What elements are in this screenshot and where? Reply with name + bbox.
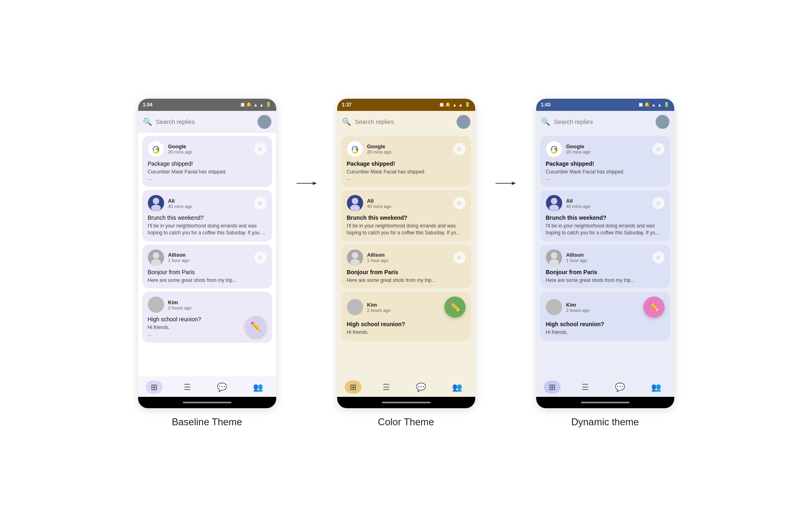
- color-theme-label: Color Theme: [378, 416, 434, 428]
- color-card-allison[interactable]: Allison 1 hour ago ☆ Bonjour from Paris …: [341, 245, 471, 289]
- search-input-dynamic[interactable]: [554, 118, 652, 125]
- star-button-allison-c[interactable]: ☆: [453, 251, 466, 264]
- card-title-ali: Brunch this weekend?: [148, 214, 266, 221]
- dynamic-home-indicator: [536, 397, 674, 408]
- battery-icon: 🔋: [266, 102, 271, 107]
- sender-info-kim-c: Kim 2 hours ago: [347, 299, 391, 315]
- nav-item-tablet-c[interactable]: ⊞: [345, 381, 362, 394]
- nav-item-chat-d[interactable]: 💬: [610, 381, 630, 394]
- color-time: 1:37: [342, 102, 352, 108]
- avatar-ali: [148, 195, 164, 211]
- color-card-google[interactable]: Google 20 mins ago ☆ Package shipped! Cu…: [341, 136, 471, 187]
- baseline-search-bar[interactable]: 🔍: [138, 111, 276, 133]
- card-preview-allison-d: Here are some great shots from my trip..…: [546, 277, 665, 284]
- sender-info-allison-c: Allison 1 hour ago: [347, 249, 389, 266]
- star-button-ali[interactable]: ☆: [254, 197, 266, 209]
- card-title-google: Package shipped!: [148, 160, 266, 167]
- tablet-icon-d: ⊞: [549, 382, 556, 392]
- compose-fab-baseline[interactable]: ✏️: [245, 316, 266, 337]
- card-preview-ali-c: I'll be in your neighborhood doing erran…: [347, 223, 466, 236]
- star-button-google-d[interactable]: ☆: [652, 143, 665, 155]
- avatar-ali-c: [347, 195, 363, 211]
- card-preview-google-c: Cucumber Mask Facial has shipped....: [347, 169, 466, 182]
- baseline-card-google[interactable]: Google 20 mins ago ☆ Package shipped! Cu…: [142, 136, 272, 187]
- sender-name-google-c: Google: [367, 143, 392, 149]
- svg-point-0: [262, 117, 267, 123]
- baseline-home-indicator: [138, 397, 276, 408]
- avatar-google-c: [347, 141, 363, 157]
- avatar-kim-c: [347, 299, 363, 315]
- dynamic-card-ali[interactable]: Ali 40 mins ago ☆ Brunch this weekend? I…: [540, 190, 670, 241]
- sender-name-ali-d: Ali: [566, 198, 591, 204]
- wifi-icon: ▲: [453, 102, 457, 107]
- color-card-ali[interactable]: Ali 40 mins ago ☆ Brunch this weekend? I…: [341, 190, 471, 241]
- svg-point-25: [551, 198, 557, 204]
- sender-time-kim-c: 2 hours ago: [367, 308, 391, 313]
- nav-item-list[interactable]: ☰: [179, 381, 196, 394]
- people-icon-c: 👥: [452, 382, 462, 392]
- sender-info-ali-d: Ali 40 mins ago: [546, 195, 591, 211]
- star-button-google-c[interactable]: ☆: [453, 143, 466, 155]
- sound-icon: 🔔: [445, 102, 451, 107]
- avatar-kim: [148, 297, 164, 313]
- svg-point-17: [350, 259, 360, 266]
- nav-item-tablet[interactable]: ⊞: [146, 381, 162, 394]
- dynamic-card-kim[interactable]: Kim 2 hours ago ✏️ High school reunion? …: [540, 292, 670, 341]
- baseline-status-icons: ▣ 🔔 ▲ ▲ 🔋: [240, 102, 271, 107]
- search-input[interactable]: [156, 118, 253, 125]
- baseline-card-ali[interactable]: Ali 40 mins ago ☆ Brunch this weekend? I…: [142, 190, 272, 241]
- arrow-1: [288, 99, 325, 187]
- user-avatar-color: [457, 115, 470, 129]
- star-button-ali-c[interactable]: ☆: [453, 197, 466, 209]
- sender-name-allison: Allison: [168, 252, 190, 258]
- svg-point-30: [549, 309, 559, 315]
- nav-item-people-c[interactable]: 👥: [447, 381, 467, 394]
- dynamic-card-google[interactable]: Google 20 mins ago ☆ Package shipped! Cu…: [540, 136, 670, 187]
- card-title-ali-c: Brunch this weekend?: [347, 214, 466, 221]
- sender-info-allison: Allison 1 hour ago: [148, 249, 190, 266]
- sender-info-allison-d: Allison 1 hour ago: [546, 249, 588, 266]
- svg-point-11: [461, 117, 466, 123]
- star-button-ali-d[interactable]: ☆: [652, 197, 665, 209]
- baseline-messages-list: Google 20 mins ago ☆ Package shipped! Cu…: [138, 133, 276, 377]
- card-preview-ali-d: I'll be in your neighborhood doing erran…: [546, 223, 665, 236]
- svg-point-28: [549, 259, 559, 266]
- nav-item-chat[interactable]: 💬: [212, 381, 232, 394]
- svg-point-3: [153, 198, 159, 204]
- svg-point-14: [352, 198, 358, 204]
- dynamic-status-icons: ▣ 🔔 ▲ ▲ 🔋: [639, 102, 669, 107]
- color-phone: 1:37 ▣ 🔔 ▲ ▲ 🔋 🔍: [337, 99, 475, 408]
- baseline-phone-wrapper: 1:04 ▣ 🔔 ▲ ▲ 🔋 🔍: [126, 99, 288, 428]
- color-card-kim[interactable]: Kim 2 hours ago ✏️ High school reunion? …: [341, 292, 471, 341]
- nav-item-people[interactable]: 👥: [248, 381, 268, 394]
- star-button-allison[interactable]: ☆: [254, 251, 266, 264]
- card-preview-google: Cucumber Mask Facial has shipped....: [148, 169, 266, 182]
- dynamic-card-allison[interactable]: Allison 1 hour ago ☆ Bonjour from Paris …: [540, 245, 670, 289]
- card-title-allison-d: Bonjour from Paris: [546, 269, 665, 275]
- nav-item-tablet-d[interactable]: ⊞: [544, 381, 561, 394]
- arrow-icon-1: [297, 180, 317, 187]
- nav-item-chat-c[interactable]: 💬: [411, 381, 431, 394]
- svg-point-23: [658, 123, 667, 129]
- sender-name-allison-c: Allison: [367, 252, 389, 258]
- chat-icon: 💬: [217, 382, 227, 392]
- dynamic-search-bar[interactable]: 🔍: [536, 111, 674, 133]
- sender-time-google: 20 mins ago: [168, 149, 193, 154]
- star-button-allison-d[interactable]: ☆: [652, 251, 665, 264]
- search-input-color[interactable]: [355, 118, 453, 125]
- nav-item-list-d[interactable]: ☰: [577, 381, 594, 394]
- nav-item-list-c[interactable]: ☰: [378, 381, 395, 394]
- nav-item-people-d[interactable]: 👥: [646, 381, 666, 394]
- color-bottom-nav: ⊞ ☰ 💬 👥: [337, 377, 475, 397]
- baseline-card-kim[interactable]: Kim 2 hours ago ✏️ High school reunion? …: [142, 292, 272, 343]
- compose-fab-color[interactable]: ✏️: [444, 297, 466, 318]
- star-button-google[interactable]: ☆: [254, 143, 266, 155]
- compose-fab-dynamic[interactable]: ✏️: [643, 297, 665, 318]
- signal-icon: ▲: [459, 102, 463, 107]
- color-search-bar[interactable]: 🔍: [337, 111, 475, 133]
- color-home-indicator: [337, 397, 475, 408]
- card-preview-kim-d: Hi friends,: [546, 329, 665, 336]
- baseline-card-allison[interactable]: Allison 1 hour ago ☆ Bonjour from Paris …: [142, 245, 272, 289]
- sender-time-ali: 40 mins ago: [168, 204, 193, 209]
- wifi-icon: ▲: [652, 102, 656, 107]
